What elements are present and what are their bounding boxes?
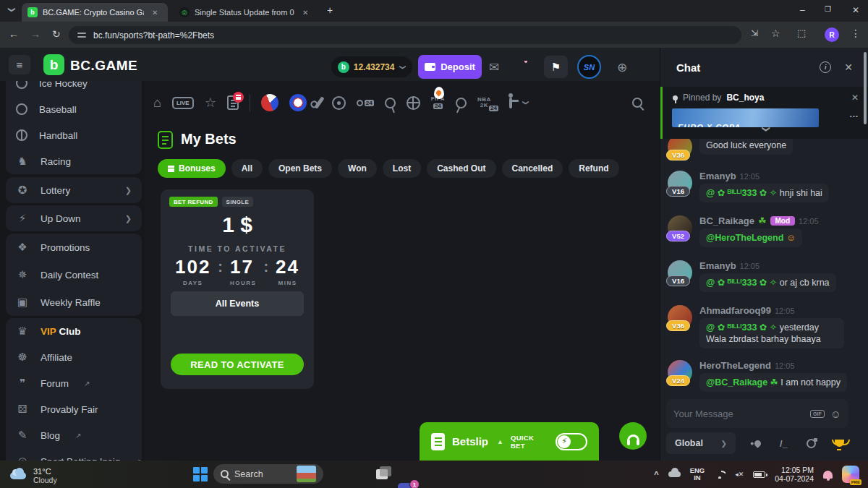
taskbar-search-box[interactable]: Search [213,464,323,484]
sidebar-item-forum[interactable]: ❞ Forum ↗ [6,370,142,396]
search-icon[interactable] [632,98,642,108]
forward-icon[interactable]: → [30,28,41,40]
username[interactable]: Emanyb [699,260,736,271]
window-minimize-button[interactable]: – [800,5,805,15]
support-button[interactable] [619,422,647,450]
username[interactable]: BC_Raikage [699,215,754,226]
send-to-device-icon[interactable]: ⇲ [751,28,758,38]
clock[interactable]: 12:05 PM04-07-2024 [775,466,814,483]
onedrive-icon[interactable] [668,471,681,477]
language-switcher[interactable]: ENGIN [690,467,705,481]
browser-tab-status[interactable]: ◎ Single Status Update from 07/0 ✕ [174,3,318,22]
filter-lost[interactable]: Lost [383,159,421,178]
browser-tab-bcgame[interactable]: b BC.GAME: Crypto Casino Game ✕ [22,3,168,22]
site-info-icon[interactable] [77,32,86,38]
tennis-nav-icon[interactable] [383,95,397,109]
chat-room-selector[interactable]: Global❯ [666,432,736,454]
start-button[interactable] [193,467,208,481]
reload-icon[interactable]: ↻ [52,28,61,40]
bcgame-logo-text[interactable]: BC.GAME [70,58,137,74]
user-avatar[interactable]: SN [577,55,601,79]
browser-profile-avatar[interactable]: R [825,27,839,42]
wifi-icon[interactable] [714,471,726,479]
baseball-nav-icon[interactable] [314,96,324,109]
mention[interactable]: @ ✿ ᴮᴵᴸᴸᴵ333 ✿ ✧ [706,322,777,333]
battery-icon[interactable] [753,471,765,478]
sidebar-item-handball[interactable]: Handball [6,122,142,148]
sidebar-item-baseball[interactable]: Baseball [6,96,142,122]
balance-selector[interactable]: b 12.432734 ❯ [331,56,412,77]
tray-expand-icon[interactable]: ^ [654,470,658,479]
emoji-picker-icon[interactable]: ☺ [830,408,841,420]
sidebar-item-lottery[interactable]: ✪ Lottery ❯ [6,177,142,203]
favorites-star-icon[interactable]: ☆ [205,95,216,111]
window-close-button[interactable]: ✕ [852,5,859,15]
mention[interactable]: @BC_Raikage ☘ [706,377,778,388]
username[interactable]: Emanyb [699,171,736,181]
mail-icon[interactable]: ✉ [489,60,499,75]
tab-close-icon[interactable]: ✕ [302,9,308,17]
back-icon[interactable]: ← [9,28,19,40]
efootball-24-icon[interactable]: 24 [357,100,374,106]
rain-icon[interactable] [754,440,761,447]
live-icon[interactable]: LIVE [172,97,194,109]
all-events-button[interactable]: All Events [171,291,304,316]
sidebar-item-provably-fair[interactable]: ⚄ Provably Fair [6,396,142,422]
leaderboard-trophy-icon[interactable] [835,440,844,447]
tab-search-chevron-icon[interactable]: ❯ [8,7,16,12]
window-restore-button[interactable]: ❐ [825,5,831,13]
my-bets-icon[interactable] [227,95,239,110]
sports-pennant-icon[interactable]: ⚑ [544,56,568,78]
new-tab-button[interactable]: + [327,4,333,16]
username[interactable]: HeroTheLegend [699,360,771,371]
pinned-close-icon[interactable]: ✕ [851,93,859,103]
pinned-expand-chevron-icon[interactable]: ❯ [761,126,770,132]
chat-info-icon[interactable]: i [820,61,831,73]
filter-cancelled[interactable]: Cancelled [502,159,563,178]
sidebar-item-sport-betting-insights[interactable]: ◎ Sport Betting Insig ↗ [6,448,142,461]
chat-input-box[interactable]: GIF ☺ [666,399,848,428]
copa-america-icon[interactable] [261,94,278,111]
collapse-caret-icon[interactable]: ▲ [497,438,503,445]
pinned-banner-image[interactable]: EURO X COPA [672,108,819,127]
filter-refund[interactable]: Refund [569,159,618,178]
filter-cashed-out[interactable]: Cashed Out [427,159,495,178]
sidebar-toggle-button[interactable]: ≡ [9,55,30,74]
task-view-button[interactable] [373,466,391,483]
extensions-icon[interactable]: ⬚ [797,27,806,38]
sidebar-item-vip-club[interactable]: ♛ VIP Club [6,318,142,344]
teams-icon[interactable]: T1 [398,483,415,488]
sidebar-item-racing[interactable]: ♞ Racing [6,148,142,174]
bookmark-star-icon[interactable]: ☆ [771,27,780,39]
chat-message-input[interactable] [673,408,804,419]
coin-drop-icon[interactable] [807,439,816,448]
basketball-nav-icon[interactable] [407,96,420,110]
sidebar-item-affiliate[interactable]: ☸ Affiliate [6,344,142,370]
nba2k-icon[interactable]: NBA 2K 24 [477,97,491,108]
filter-all[interactable]: All [231,159,263,178]
filter-open-bets[interactable]: Open Bets [268,159,332,178]
browser-menu-icon[interactable]: ⋮ [851,27,861,39]
soccer-nav-icon[interactable] [332,96,346,110]
weather-widget[interactable]: 31°CCloudy [10,467,57,484]
tab-close-icon[interactable]: ✕ [152,9,158,17]
slash-commands-icon[interactable]: /_ [780,438,788,449]
volume-muted-icon[interactable]: ◂✕ [735,471,744,478]
chevron-down-icon[interactable]: ❯ [522,100,529,106]
notification-center-bell-icon[interactable] [823,471,833,479]
betslip-bar[interactable]: Betslip ▲ QUICK BET ⚡ [420,422,599,461]
gif-icon[interactable]: GIF [810,410,825,418]
table-tennis-icon[interactable] [454,95,469,110]
sidebar-item-weekly-raffle[interactable]: ▣ Weekly Raffle [6,288,142,316]
filter-won[interactable]: Won [338,159,377,178]
sidebar-item-blog[interactable]: ✎ Blog ↗ [6,422,142,448]
mention[interactable]: @ ✿ ᴮᴵᴸᴸᴵ333 ✿ ✧ [706,278,777,288]
sidebar-item-promotions[interactable]: ❖ Promotions [6,234,142,261]
bcgame-logo-icon[interactable]: b [43,54,64,75]
pinned-message[interactable]: Pinned by BC_hoya ✕ EURO X COPA ... ❯ [660,87,868,139]
sidebar-item-up-down[interactable]: ⚡ Up Down ❯ [6,205,142,231]
deposit-button[interactable]: Deposit [418,55,482,79]
quick-bet-toggle[interactable]: ⚡ [556,433,587,450]
ready-to-activate-button[interactable]: READ TO ACTIVATE [171,354,304,375]
shooter-game-icon[interactable] [509,98,512,108]
